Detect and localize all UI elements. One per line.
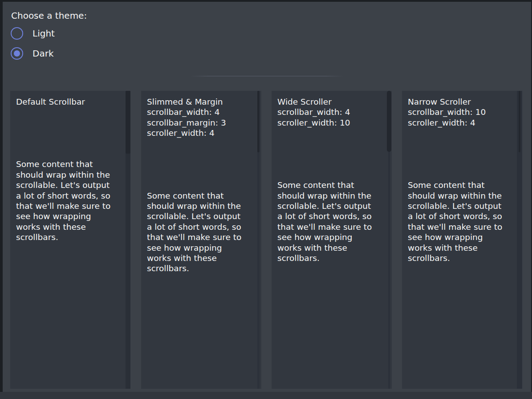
radio-option-light[interactable]: Light — [11, 27, 55, 40]
scrollbar-thumb[interactable] — [257, 91, 260, 152]
window-edge-bottom — [0, 392, 532, 399]
panel-body: Narrow Scroller scrollbar_width: 10 scro… — [402, 91, 522, 389]
radio-selected-dot — [14, 50, 20, 57]
panel-body: Wide Scroller scrollbar_width: 4 scrolle… — [272, 91, 392, 389]
panel-body: Slimmed & Margin scrollbar_width: 4 scro… — [141, 91, 261, 389]
panel-params: scrollbar_width: 4 scroller_width: 10 — [277, 107, 380, 128]
radio-circle-light[interactable] — [11, 27, 23, 40]
scroll-panel-slimmed-margin[interactable]: Slimmed & Margin scrollbar_width: 4 scro… — [141, 91, 261, 389]
panel-params: scrollbar_width: 4 scrollbar_margin: 3 s… — [147, 107, 250, 138]
radio-label-dark: Dark — [32, 48, 53, 59]
panel-content: Some content that should wrap within the… — [16, 159, 119, 242]
panel-title: Slimmed & Margin — [147, 97, 250, 107]
scrollbar-thumb[interactable] — [519, 91, 520, 152]
radio-label-light: Light — [32, 28, 55, 39]
scrollbar-thumb[interactable] — [387, 91, 391, 152]
panel-title: Wide Scroller — [277, 97, 380, 107]
panel-content: Some content that should wrap within the… — [277, 180, 380, 263]
window-edge-top — [0, 0, 532, 2]
scrollbar-thumb[interactable] — [126, 91, 130, 154]
panel-content: Some content that should wrap within the… — [147, 191, 250, 274]
panel-title: Narrow Scroller — [408, 97, 511, 107]
radio-option-dark[interactable]: Dark — [11, 47, 53, 60]
scroll-panel-default[interactable]: Default Scrollbar Some content that shou… — [10, 91, 130, 389]
scroll-panel-wide-scroller[interactable]: Wide Scroller scrollbar_width: 4 scrolle… — [272, 91, 392, 389]
window-edge-left — [0, 0, 3, 399]
panel-title: Default Scrollbar — [16, 97, 119, 107]
horizontal-rule — [190, 76, 344, 77]
panel-params: scrollbar_width: 10 scroller_width: 4 — [408, 107, 511, 128]
scroll-panel-narrow-scroller[interactable]: Narrow Scroller scrollbar_width: 10 scro… — [402, 91, 522, 389]
theme-picker-label: Choose a theme: — [11, 10, 87, 21]
radio-circle-dark[interactable] — [11, 47, 23, 60]
panel-body: Default Scrollbar Some content that shou… — [10, 91, 130, 389]
panel-content: Some content that should wrap within the… — [408, 180, 511, 263]
